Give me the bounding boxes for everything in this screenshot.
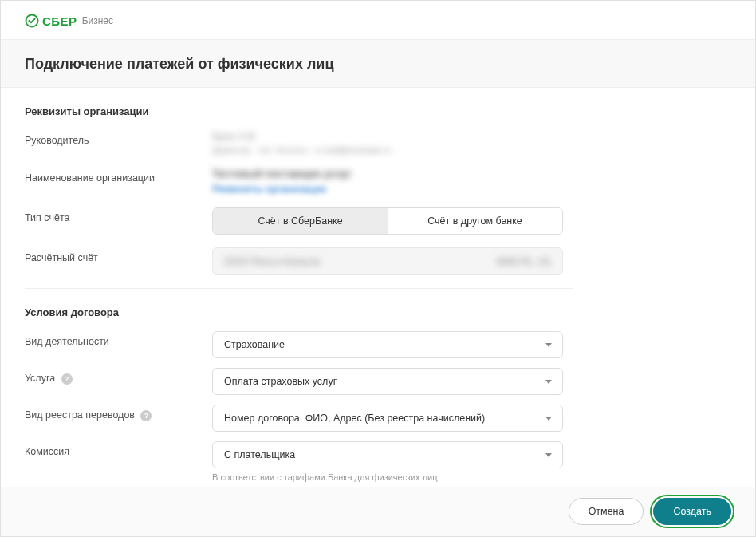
- account-number-blur: 408178...01: [496, 255, 551, 267]
- logo-sub: Бизнес: [82, 15, 113, 26]
- commission-select-wrap: С плательщика: [212, 441, 563, 468]
- commission-select[interactable]: С плательщика: [212, 441, 563, 468]
- ceo-label: Руководитель: [25, 130, 212, 146]
- help-icon[interactable]: ?: [140, 410, 152, 421]
- account-type-label: Тип счёта: [25, 207, 212, 223]
- section-org-title: Реквизиты организации: [25, 105, 731, 117]
- service-select-wrap: Оплата страховых услуг: [212, 368, 563, 395]
- commission-hint: В соответствии с тарифами Банка для физи…: [212, 472, 563, 482]
- ceo-value: Брок А.В. Директор · тел. 9xxxxxx · e-ma…: [212, 130, 563, 155]
- main-content: Реквизиты организации Руководитель Брок …: [1, 88, 755, 503]
- logo: СБЕР Бизнес: [25, 14, 113, 28]
- ceo-name-blur: Брок А.В.: [212, 130, 563, 142]
- org-details-link[interactable]: Реквизиты организации: [212, 183, 563, 195]
- account-type-segmented: Счёт в СберБанке Счёт в другом банке: [212, 207, 563, 235]
- help-icon[interactable]: ?: [61, 373, 73, 385]
- account-label: Расчётный счёт: [25, 247, 212, 263]
- divider: [25, 288, 573, 289]
- tab-sberbank[interactable]: Счёт в СберБанке: [213, 208, 388, 234]
- org-name-label: Наименование организации: [25, 168, 212, 184]
- app-header: СБЕР Бизнес: [1, 1, 755, 40]
- service-label-text: Услуга: [25, 373, 55, 384]
- service-select[interactable]: Оплата страховых услуг: [212, 368, 563, 395]
- section-contract-title: Условия договора: [25, 306, 731, 318]
- cancel-button[interactable]: Отмена: [569, 498, 644, 525]
- ceo-details-blur: Директор · тел. 9xxxxxx · e-mail@example…: [212, 145, 563, 155]
- activity-select-wrap: Страхование: [212, 331, 563, 358]
- activity-label: Вид деятельности: [25, 331, 212, 347]
- service-label: Услуга ?: [25, 368, 212, 385]
- page-title: Подключение платежей от физических лиц: [25, 56, 731, 73]
- account-select[interactable]: ООО Рога и Копыта 408178...01: [212, 247, 563, 275]
- registry-select[interactable]: Номер договора, ФИО, Адрес (Без реестра …: [212, 405, 563, 432]
- org-name-value: Тестовый поставщик услуг Реквизиты орган…: [212, 168, 563, 195]
- commission-label: Комиссия: [25, 441, 212, 457]
- registry-select-wrap: Номер договора, ФИО, Адрес (Без реестра …: [212, 405, 563, 432]
- tab-other-bank[interactable]: Счёт в другом банке: [388, 208, 562, 234]
- account-name-blur: ООО Рога и Копыта: [224, 255, 320, 267]
- registry-label: Вид реестра переводов ?: [25, 405, 212, 421]
- sber-logo-icon: [25, 14, 39, 28]
- logo-text: СБЕР: [42, 14, 77, 28]
- footer: Отмена Создать: [1, 487, 755, 536]
- title-bar: Подключение платежей от физических лиц: [1, 40, 755, 88]
- registry-label-text: Вид реестра переводов: [25, 409, 135, 421]
- org-name-blur: Тестовый поставщик услуг: [212, 168, 563, 180]
- create-button[interactable]: Создать: [653, 498, 731, 525]
- activity-select[interactable]: Страхование: [212, 331, 563, 358]
